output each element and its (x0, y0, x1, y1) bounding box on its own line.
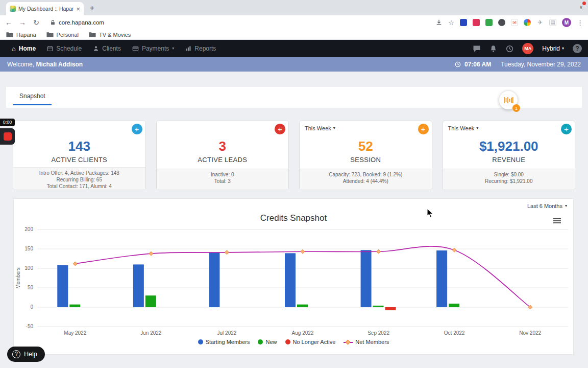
svg-text:Oct 2022: Oct 2022 (444, 330, 465, 336)
user-avatar[interactable]: MA (522, 43, 533, 54)
nav-clients[interactable]: Clients (87, 40, 127, 57)
tab-close-icon[interactable]: × (76, 6, 80, 12)
gmail-extension-icon[interactable]: ✉ (511, 19, 518, 26)
reload-icon[interactable]: ↻ (32, 19, 40, 26)
svg-text:Nov 2022: Nov 2022 (519, 330, 541, 336)
add-revenue-button[interactable]: + (561, 124, 572, 134)
address-bar[interactable]: core.hapana.com (46, 17, 430, 28)
bookmark-hapana[interactable]: Hapana (6, 32, 36, 38)
extension-circle-icon[interactable] (498, 19, 505, 26)
detail-line: Capacity: 723, Booked: 9 (1.2%) (300, 171, 432, 178)
nav-payments-label: Payments (142, 45, 169, 52)
revenue-details: Single: $0.00 Recurring: $1,921.00 (443, 169, 575, 190)
detail-line: Attended: 4 (44.4%) (300, 178, 432, 185)
legend-item[interactable]: No Longer Active (285, 339, 336, 345)
extension-red-icon[interactable] (473, 19, 480, 26)
extension-green-icon[interactable] (485, 19, 493, 26)
detail-line: Total Contact: 171, Alumni: 4 (13, 183, 145, 190)
svg-text:0: 0 (30, 304, 33, 310)
add-lead-button[interactable]: + (275, 124, 285, 134)
chevron-down-icon: ▾ (172, 47, 174, 51)
barcode-icon (503, 96, 513, 104)
help-button[interactable]: ? Help (7, 347, 45, 362)
legend-label: No Longer Active (293, 339, 336, 345)
date-range-label: Last 6 Months (527, 203, 562, 209)
welcome-name: Michali Addison (36, 61, 83, 68)
browser-profile-avatar[interactable]: M (562, 18, 571, 27)
date-range-dropdown[interactable]: Last 6 Months ▾ (527, 203, 567, 209)
legend-marker (198, 339, 203, 344)
notebook-extension-icon[interactable]: ▤ (549, 19, 556, 26)
help-circle-icon[interactable]: ? (573, 44, 582, 53)
svg-text:Jul 2022: Jul 2022 (217, 330, 237, 336)
svg-text:150: 150 (24, 246, 33, 251)
bookmark-tv-movies[interactable]: TV & Movies (89, 32, 131, 38)
svg-text:-50: -50 (26, 324, 34, 329)
pinwheel-extension-icon[interactable] (524, 19, 531, 26)
active-leads-value: 3 (157, 139, 289, 154)
revenue-period-dropdown[interactable]: This Week ▾ (448, 125, 479, 131)
url-text: core.hapana.com (59, 19, 104, 26)
folder-icon (46, 32, 54, 37)
active-leads-details: Inactive: 0 Total: 3 (157, 169, 289, 190)
snapshot-tab-bar: Snapshot 1 (6, 87, 582, 108)
tab-search-chevron-icon[interactable]: ∨ (579, 4, 583, 10)
bookmark-star-icon[interactable]: ☆ (448, 19, 454, 26)
role-label: Hybrid (542, 45, 560, 52)
session-period-dropdown[interactable]: This Week ▾ (305, 125, 335, 131)
record-icon (4, 132, 12, 141)
detail-line: Inactive: 0 (157, 171, 289, 178)
tab-snapshot[interactable]: Snapshot (13, 90, 52, 105)
add-client-button[interactable]: + (132, 124, 142, 134)
legend-marker (258, 339, 263, 344)
question-icon: ? (12, 350, 20, 358)
clock-icon[interactable] (506, 45, 513, 53)
active-leads-label: ACTIVE LEADS (157, 156, 289, 164)
chevron-down-icon: ▾ (476, 126, 478, 130)
add-session-button[interactable]: + (418, 124, 429, 134)
nav-clients-label: Clients (102, 45, 121, 52)
forward-icon[interactable]: → (18, 19, 27, 26)
role-dropdown[interactable]: Hybrid ▾ (542, 45, 564, 52)
nav-home[interactable]: ⌂ Home (6, 40, 41, 57)
calendar-icon (47, 45, 53, 52)
revenue-value: $1,921.00 (443, 139, 575, 154)
browser-tab-strip: My Dashboard :: Hapana | Tak × + ∨ (0, 0, 588, 15)
nav-schedule[interactable]: Schedule (41, 40, 87, 57)
nav-home-label: Home (19, 45, 36, 52)
chevron-down-icon: ▾ (565, 204, 567, 208)
detail-line: Single: $0.00 (443, 171, 575, 178)
bookmark-label: Personal (57, 32, 79, 38)
back-icon[interactable]: ← (5, 19, 13, 26)
help-label: Help (24, 351, 37, 358)
bookmark-personal[interactable]: Personal (46, 32, 79, 38)
legend-item[interactable]: Net Members (344, 339, 389, 345)
chart-title: Credits Snapshot (14, 213, 573, 223)
nav-reports[interactable]: Reports (180, 40, 222, 57)
browser-tab[interactable]: My Dashboard :: Hapana | Tak × (6, 2, 84, 15)
legend-item[interactable]: Starting Members (198, 339, 250, 345)
tab-title: My Dashboard :: Hapana | Tak (18, 6, 74, 12)
time-clock-icon (455, 61, 461, 67)
new-tab-button[interactable]: + (90, 3, 94, 12)
welcome-greeting: Welcome, (7, 61, 34, 68)
extension-blue-icon[interactable] (460, 19, 467, 26)
bookmark-label: Hapana (16, 32, 36, 38)
recorder-widget[interactable] (0, 128, 15, 145)
current-time: 07:06 AM (464, 61, 491, 68)
credit-card-icon (132, 45, 139, 52)
chat-icon[interactable] (473, 44, 481, 53)
credits-chart-plot: 200150100500-50MembersMay 2022Jun 2022Ju… (14, 223, 574, 339)
screen: My Dashboard :: Hapana | Tak × + ∨ ← → ↻… (0, 0, 588, 368)
browser-menu-icon[interactable]: ⋮ (577, 19, 583, 26)
legend-item[interactable]: New (258, 339, 277, 345)
download-icon[interactable] (435, 19, 443, 26)
nav-payments[interactable]: Payments ▾ (127, 40, 180, 57)
active-clients-label: ACTIVE CLIENTS (13, 156, 145, 164)
snapshot-widget-button[interactable]: 1 (499, 91, 518, 109)
plane-extension-icon[interactable]: ✈ (536, 19, 544, 26)
detail-line: Recurring Billing: 65 (13, 176, 145, 183)
legend-label: Net Members (355, 339, 389, 345)
recorder-timer[interactable]: 0:00 (0, 119, 15, 126)
bell-icon[interactable] (489, 44, 497, 53)
